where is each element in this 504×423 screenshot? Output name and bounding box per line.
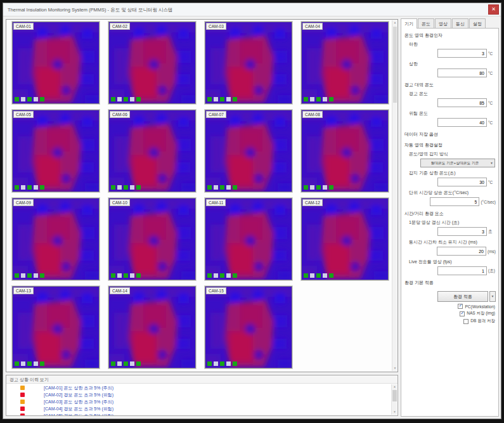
status-white-icon [117, 273, 122, 278]
status-white-icon [130, 273, 134, 278]
thermal-camera-tile[interactable]: CAM-01 [12, 22, 100, 104]
camera-id-label: CAM-04 [302, 23, 323, 30]
method-label: 온도/영역 감지 방식 [409, 151, 496, 157]
scroll-up-icon[interactable]: ▲ [392, 20, 397, 25]
log-row[interactable]: [CAM-05] 경보 온도 초과 5% (위험) [6, 412, 391, 415]
thermal-camera-tile[interactable]: CAM-14 [108, 286, 196, 368]
scroll-down-icon[interactable]: ▼ [392, 410, 397, 415]
method-dropdown[interactable]: 절대온도 기준+상대온도 기준 ▼ [420, 159, 495, 167]
thermal-camera-tile[interactable]: CAM-15 [205, 286, 292, 368]
status-green-icon [40, 185, 44, 190]
thermal-camera-tile[interactable]: CAM-06 [108, 110, 196, 192]
alert-text-link[interactable]: [CAM-05] 경보 온도 초과 5% (위험) [44, 413, 113, 416]
status-white-icon [117, 361, 122, 366]
alert-text-link[interactable]: [CAM-02] 경보 온도 초과 5% (위험) [44, 392, 113, 398]
camera-id-label: CAM-11 [206, 199, 226, 206]
status-green-icon [220, 273, 224, 278]
status-green-icon [40, 97, 44, 101]
apply-button[interactable]: 환경 적용 [437, 291, 488, 302]
status-green-icon [233, 97, 237, 101]
alert-text-link[interactable]: [CAM-01] 온도 상한 초과 5% (주의) [44, 385, 113, 391]
log-row[interactable]: [CAM-01] 온도 상한 초과 5% (주의) [6, 384, 391, 391]
close-button[interactable]: ✕ [488, 4, 499, 15]
fps-input[interactable] [437, 266, 487, 275]
camera-status-indicators [111, 273, 141, 278]
save-option-row[interactable]: DB 원격 저장 [405, 318, 495, 324]
camera-id-label: CAM-03 [206, 23, 226, 30]
thermal-image [13, 198, 99, 280]
status-green-icon [124, 273, 128, 278]
settings-tab[interactable]: 기기 [401, 18, 417, 29]
settings-tab[interactable]: 영상 [435, 18, 451, 28]
log-row[interactable]: [CAM-02] 경보 온도 초과 5% (위험) [6, 391, 391, 398]
rise-rate-input[interactable] [430, 197, 479, 206]
scroll-down-icon[interactable]: ▼ [392, 366, 397, 371]
thermal-camera-tile[interactable]: CAM-08 [301, 110, 389, 192]
save-option-row[interactable]: NAS 저장 (img) [405, 311, 495, 316]
log-row[interactable]: [CAM-03] 온도 상한 초과 5% (주의) [6, 398, 391, 405]
scroll-thumb[interactable] [393, 27, 397, 103]
apply-dropdown-icon[interactable]: ▼ [489, 291, 496, 302]
camera-status-indicators [207, 273, 237, 278]
scroll-up-icon[interactable]: ▲ [392, 384, 397, 389]
status-white-icon [214, 361, 218, 366]
status-white-icon [310, 97, 314, 101]
thermal-camera-tile[interactable]: CAM-13 [12, 286, 100, 368]
status-white-icon [34, 97, 38, 101]
settings-tab[interactable]: 온도 [418, 18, 434, 28]
settings-tab[interactable]: 설정 [469, 18, 486, 28]
high-temp-label: 상한 [409, 61, 496, 67]
scroll-thumb[interactable] [392, 390, 397, 401]
app-window: Thermal Insulation Monitoring System (PM… [3, 3, 501, 419]
status-green-icon [207, 361, 212, 366]
thermal-camera-tile[interactable]: CAM-12 [301, 198, 389, 280]
grid-scrollbar[interactable]: ▲ ▼ [392, 20, 397, 371]
alert-log-panel: 경고 상황 이력 보기 [CAM-01] 온도 상한 초과 5% (주의) [C… [6, 375, 398, 416]
status-white-icon [226, 361, 231, 366]
status-green-icon [233, 361, 237, 366]
checkbox-icon[interactable] [463, 319, 468, 324]
camera-id-label: CAM-07 [206, 111, 226, 118]
alert-text-link[interactable]: [CAM-04] 경보 온도 초과 5% (위험) [44, 406, 113, 412]
section-env-header: 온도 영역 환경인자 [404, 32, 496, 39]
warn-temp-input[interactable] [437, 98, 487, 107]
checkbox-icon[interactable] [460, 311, 465, 316]
save-option-row[interactable]: PC(Workstation) [405, 304, 495, 309]
thermal-camera-tile[interactable]: CAM-07 [205, 110, 292, 192]
camera-status-indicators [207, 97, 237, 101]
log-row[interactable]: [CAM-04] 경보 온도 초과 5% (위험) [6, 405, 391, 412]
limit-temp-label: 감지 기준 상한 온도(초) [409, 170, 496, 176]
checkbox-icon[interactable] [458, 304, 463, 309]
status-green-icon [27, 361, 32, 366]
thermal-camera-tile[interactable]: CAM-09 [12, 198, 100, 280]
fps-label: Live 전송율 영상 (fps) [409, 259, 496, 265]
refresh-time-input[interactable] [437, 227, 487, 236]
camera-status-indicators [15, 185, 44, 190]
high-temp-unit: °C [488, 71, 496, 75]
thermal-camera-tile[interactable]: CAM-10 [108, 198, 196, 280]
status-green-icon [316, 185, 321, 190]
thermal-camera-tile[interactable]: CAM-11 [205, 198, 292, 280]
status-white-icon [226, 273, 231, 278]
high-temp-input[interactable] [437, 68, 487, 77]
thermal-camera-tile[interactable]: CAM-04 [301, 22, 389, 104]
section-detect-header: 자동 영역 환경설정 [404, 142, 496, 148]
low-temp-input[interactable] [437, 49, 487, 58]
thermal-camera-tile[interactable]: CAM-05 [12, 110, 100, 192]
thermal-image [109, 22, 195, 103]
interval-input[interactable] [437, 247, 486, 256]
settings-tab[interactable]: 통신 [452, 18, 468, 28]
status-green-icon [27, 97, 32, 101]
thermal-camera-tile[interactable]: CAM-02 [108, 22, 196, 104]
status-green-icon [136, 97, 141, 101]
alert-text-link[interactable]: [CAM-03] 온도 상한 초과 5% (주의) [44, 399, 113, 405]
status-green-icon [111, 97, 115, 101]
log-scrollbar[interactable]: ▲ ▼ [391, 384, 397, 415]
status-green-icon [304, 185, 308, 190]
danger-temp-input[interactable] [437, 118, 487, 127]
limit-temp-input[interactable] [437, 178, 487, 186]
status-green-icon [111, 361, 115, 366]
thermal-camera-tile[interactable]: CAM-03 [205, 22, 292, 104]
alert-dot-icon [20, 400, 25, 404]
camera-id-label: CAM-06 [110, 111, 130, 118]
